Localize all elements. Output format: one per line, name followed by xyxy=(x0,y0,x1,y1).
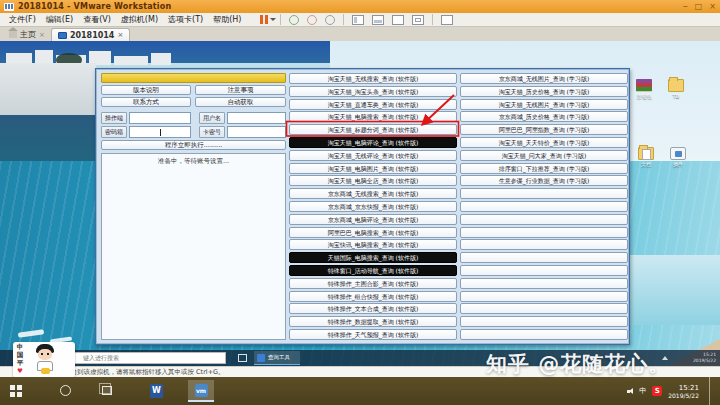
snapshot-revert-icon[interactable] xyxy=(307,15,317,25)
software-query-button-4[interactable]: 淘宝天猫_电脑搜索_查询 (软件版) xyxy=(289,111,457,122)
password-input[interactable] xyxy=(129,126,191,138)
run-now-button[interactable]: 程序立即执行......... xyxy=(101,140,286,150)
software-query-button-8[interactable]: 淘宝天猫_电脑图片_查询 (软件版) xyxy=(289,163,457,174)
terminal-input[interactable] xyxy=(129,112,191,124)
study-query-button-19[interactable] xyxy=(460,303,628,314)
study-query-button-8[interactable]: 排序窗口_下拉推荐_查询 (学习版) xyxy=(460,163,628,174)
auto-fetch-button[interactable]: 自动获取 xyxy=(195,97,286,107)
study-query-button-14[interactable] xyxy=(460,239,628,250)
thumbnail-bar-icon[interactable] xyxy=(372,15,384,25)
software-query-button-1[interactable]: 淘宝天猫_无线搜索_查询 (软件版) xyxy=(289,73,457,84)
maximize-button[interactable]: □ xyxy=(695,2,703,11)
status-log-list[interactable]: 准备中，等待账号设置... xyxy=(101,153,286,340)
console-view-icon[interactable] xyxy=(392,15,404,25)
tab-vm-20181014[interactable]: 20181014 × xyxy=(51,28,130,41)
tab-home[interactable]: 主页 × xyxy=(3,28,51,41)
sogou-icon[interactable]: S xyxy=(652,386,662,396)
snapshot-manage-icon[interactable] xyxy=(325,15,335,25)
unity-mode-icon[interactable] xyxy=(441,15,453,25)
vm-search-box[interactable]: 键入进行搜索 xyxy=(66,352,226,364)
study-query-button-10[interactable] xyxy=(460,188,628,199)
zhihu-watermark: 知乎 @花随花心。 xyxy=(486,350,670,378)
software-query-button-10[interactable]: 京东商城_无线搜索_查询 (软件版) xyxy=(289,188,457,199)
software-query-button-18[interactable]: 特殊操作_组合快报_查询 (软件版) xyxy=(289,291,457,302)
study-query-button-15[interactable] xyxy=(460,252,628,263)
suspend-pause-icon[interactable] xyxy=(260,15,272,25)
software-query-button-20[interactable]: 特殊操作_数据提取_查询 (软件版) xyxy=(289,316,457,327)
menu-5[interactable]: 帮助(H) xyxy=(208,14,246,26)
cortana-search-icon[interactable] xyxy=(60,385,71,396)
vmware-app-icon: vm xyxy=(195,384,208,397)
software-query-button-7[interactable]: 淘宝天猫_无线评论_查询 (软件版) xyxy=(289,150,457,161)
menu-2[interactable]: 查看(V) xyxy=(78,14,116,26)
study-query-button-6[interactable]: 淘宝天猫_天天特价_查询 (学习版) xyxy=(460,137,628,148)
study-query-button-2[interactable]: 淘宝天猫_历史价格_查询 (学习版) xyxy=(460,86,628,97)
show-library-icon[interactable] xyxy=(352,15,364,25)
study-query-button-21[interactable] xyxy=(460,329,628,340)
task-view-icon[interactable] xyxy=(102,386,112,395)
study-query-button-7[interactable]: 淘宝天猫_问大家_查询 (学习版) xyxy=(460,150,628,161)
vmware-app-button[interactable]: vm xyxy=(188,380,214,402)
volume-icon[interactable] xyxy=(627,388,633,395)
software-query-button-9[interactable]: 淘宝天猫_电脑全店_查询 (软件版) xyxy=(289,175,457,186)
study-query-button-3[interactable]: 淘宝天猫_无线图片_查询 (学习版) xyxy=(460,99,628,110)
attention-button[interactable]: 注意事项 xyxy=(195,85,286,95)
menu-4[interactable]: 选项卡(T) xyxy=(163,14,208,26)
toolbar-divider xyxy=(343,14,344,25)
software-query-button-16[interactable]: 特殊窗口_活动导航_查询 (软件版) xyxy=(289,265,457,276)
status-banner xyxy=(101,73,286,83)
minimize-button[interactable]: ‒ xyxy=(683,2,688,11)
software-query-button-6[interactable]: 淘宝天猫_电脑评论_查询 (软件版) xyxy=(289,137,457,148)
vm-taskview-icon[interactable] xyxy=(238,354,247,362)
menu-1[interactable]: 编辑(E) xyxy=(41,14,78,26)
start-button[interactable] xyxy=(10,385,22,397)
study-query-button-18[interactable] xyxy=(460,291,628,302)
desktop-icon-2[interactable]: TB xyxy=(660,79,692,99)
software-query-button-14[interactable]: 淘宝快讯_电脑搜索_查询 (软件版) xyxy=(289,239,457,250)
software-query-button-3[interactable]: 淘宝天猫_直通车类_查询 (软件版) xyxy=(289,99,457,110)
snapshot-take-icon[interactable] xyxy=(289,15,299,25)
vmware-titlebar: 20181014 - VMware Workstation ‒ □ × xyxy=(0,0,720,13)
ime-indicator[interactable]: 中 xyxy=(639,386,646,396)
software-version-column: 淘宝天猫_无线搜索_查询 (软件版)淘宝天猫_淘宝头条_查询 (软件版)淘宝天猫… xyxy=(289,73,457,342)
vm-clock: 15:21 2019/5/22 xyxy=(693,352,716,363)
vmware-logo-icon xyxy=(4,3,14,11)
menu-0[interactable]: 文件(F) xyxy=(4,14,41,26)
version-notes-button[interactable]: 版本说明 xyxy=(101,85,191,95)
study-query-button-1[interactable]: 京东商城_无线图片_查询 (学习版) xyxy=(460,73,628,84)
desktop-icon-4[interactable]: 插件 xyxy=(662,147,694,167)
study-query-button-13[interactable] xyxy=(460,227,628,238)
software-query-button-19[interactable]: 特殊操作_文本合成_查询 (软件版) xyxy=(289,303,457,314)
host-clock[interactable]: 15:21 2019/5/22 xyxy=(668,384,699,399)
show-desktop-button[interactable] xyxy=(709,377,712,405)
software-query-button-15[interactable]: 天猫国际_电脑搜索_查询 (软件版) xyxy=(289,252,457,263)
word-app-icon[interactable]: W xyxy=(150,384,163,398)
software-query-button-12[interactable]: 京东商城_电脑评论_查询 (软件版) xyxy=(289,214,457,225)
desktop-icon-3[interactable]: 文档 xyxy=(630,147,662,167)
cardkey-input[interactable] xyxy=(227,126,286,138)
software-query-button-11[interactable]: 京东商城_京东快报_查询 (软件版) xyxy=(289,201,457,212)
tab-home-label: 主页 xyxy=(20,29,36,40)
study-query-button-12[interactable] xyxy=(460,214,628,225)
software-query-button-13[interactable]: 阿里巴巴_电脑搜索_查询 (软件版) xyxy=(289,227,457,238)
study-query-button-16[interactable] xyxy=(460,265,628,276)
software-query-button-2[interactable]: 淘宝天猫_淘宝头条_查询 (软件版) xyxy=(289,86,457,97)
software-query-button-21[interactable]: 特殊操作_天气预报_查询 (软件版) xyxy=(289,329,457,340)
desktop-icon-1[interactable]: 压缩包 xyxy=(628,79,660,99)
study-query-button-9[interactable]: 生意参谋_行业数据_查询 (学习版) xyxy=(460,175,628,186)
study-query-button-11[interactable] xyxy=(460,201,628,212)
tab-close-icon[interactable]: × xyxy=(39,31,45,39)
contact-button[interactable]: 联系方式 xyxy=(101,97,191,107)
vm-taskbar-app-button[interactable]: 查询工具 xyxy=(254,351,300,365)
study-query-button-5[interactable]: 阿里巴巴_阿里指数_查询 (学习版) xyxy=(460,124,628,135)
tab-close-icon[interactable]: × xyxy=(117,31,123,39)
username-input[interactable] xyxy=(227,112,286,124)
software-query-button-5[interactable]: 淘宝天猫_标题分词_查询 (软件版) xyxy=(289,124,457,135)
menu-3[interactable]: 虚拟机(M) xyxy=(116,14,163,26)
study-query-button-17[interactable] xyxy=(460,278,628,289)
fullscreen-icon[interactable] xyxy=(412,15,424,25)
study-query-button-4[interactable]: 京东商城_历史价格_查询 (学习版) xyxy=(460,111,628,122)
close-button[interactable]: × xyxy=(709,2,716,11)
software-query-button-17[interactable]: 特殊操作_主图合影_查询 (软件版) xyxy=(289,278,457,289)
study-query-button-20[interactable] xyxy=(460,316,628,327)
